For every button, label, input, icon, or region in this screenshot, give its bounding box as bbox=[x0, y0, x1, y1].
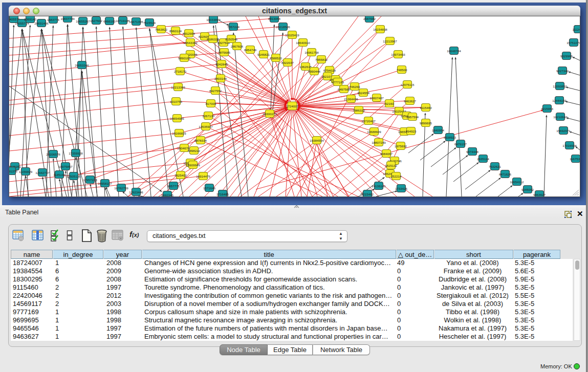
svg-text:1733426: 1733426 bbox=[395, 187, 408, 190]
svg-text:9146821: 9146821 bbox=[257, 53, 270, 56]
svg-text:8186328: 8186328 bbox=[207, 37, 220, 41]
svg-text:252214: 252214 bbox=[391, 174, 402, 178]
svg-text:29300273: 29300273 bbox=[263, 112, 277, 116]
svg-text:7632621: 7632621 bbox=[489, 165, 502, 168]
svg-text:12444159: 12444159 bbox=[552, 99, 567, 102]
svg-text:20691406: 20691406 bbox=[34, 21, 49, 25]
svg-text:19166825: 19166825 bbox=[172, 132, 186, 135]
svg-text:7986322: 7986322 bbox=[353, 108, 365, 112]
svg-text:1588520: 1588520 bbox=[270, 56, 282, 60]
svg-text:6466160: 6466160 bbox=[103, 19, 116, 23]
svg-text:10958107: 10958107 bbox=[98, 182, 112, 185]
svg-text:2687682: 2687682 bbox=[363, 17, 376, 20]
svg-text:16961758: 16961758 bbox=[304, 51, 319, 54]
svg-text:10975857: 10975857 bbox=[58, 165, 73, 168]
svg-text:15909949: 15909949 bbox=[186, 163, 200, 167]
svg-text:16648784: 16648784 bbox=[447, 49, 461, 53]
svg-text:3215953: 3215953 bbox=[541, 107, 554, 111]
svg-text:7625402: 7625402 bbox=[175, 173, 187, 177]
svg-text:1683774: 1683774 bbox=[47, 18, 60, 21]
svg-text:1145194: 1145194 bbox=[53, 173, 66, 177]
svg-text:9463627: 9463627 bbox=[533, 193, 546, 196]
svg-text:12923446: 12923446 bbox=[129, 190, 143, 194]
svg-text:1391376: 1391376 bbox=[9, 169, 18, 173]
svg-text:1571646: 1571646 bbox=[203, 186, 216, 190]
svg-text:9657771: 9657771 bbox=[167, 184, 180, 188]
svg-text:8150546: 8150546 bbox=[225, 37, 238, 41]
svg-text:12505135: 12505135 bbox=[67, 174, 81, 178]
svg-text:7357224: 7357224 bbox=[227, 25, 240, 29]
svg-text:3875685: 3875685 bbox=[218, 51, 231, 54]
svg-text:746266: 746266 bbox=[350, 85, 360, 89]
svg-text:6479197: 6479197 bbox=[454, 142, 467, 146]
svg-text:9899695: 9899695 bbox=[420, 121, 432, 125]
svg-text:17957223: 17957223 bbox=[83, 178, 97, 182]
svg-text:9463627: 9463627 bbox=[404, 99, 417, 103]
svg-text:1640954: 1640954 bbox=[432, 128, 445, 132]
svg-text:7663822: 7663822 bbox=[155, 28, 168, 31]
svg-text:2803144: 2803144 bbox=[214, 77, 227, 80]
svg-text:8878334: 8878334 bbox=[194, 139, 207, 142]
svg-text:16671355: 16671355 bbox=[129, 20, 143, 24]
svg-text:15720407: 15720407 bbox=[361, 119, 376, 123]
svg-text:1975692: 1975692 bbox=[395, 144, 407, 148]
svg-text:1527602: 1527602 bbox=[90, 19, 103, 23]
svg-text:9777169: 9777169 bbox=[332, 80, 344, 84]
svg-text:8912954: 8912954 bbox=[183, 32, 195, 35]
svg-text:19218506: 19218506 bbox=[276, 25, 290, 29]
svg-text:3716485: 3716485 bbox=[216, 192, 229, 196]
svg-text:2069140: 2069140 bbox=[24, 17, 37, 21]
svg-text:9215462: 9215462 bbox=[361, 192, 374, 196]
svg-text:748500: 748500 bbox=[397, 68, 407, 72]
svg-text:18640910: 18640910 bbox=[296, 41, 310, 45]
svg-text:7515524: 7515524 bbox=[143, 21, 156, 25]
svg-text:2867608: 2867608 bbox=[231, 45, 244, 48]
svg-text:6497568: 6497568 bbox=[338, 87, 351, 91]
svg-text:12213369: 12213369 bbox=[171, 85, 185, 89]
svg-text:894923: 894923 bbox=[406, 129, 417, 133]
svg-text:14136141: 14136141 bbox=[372, 184, 386, 188]
svg-text:16543382: 16543382 bbox=[183, 41, 198, 45]
svg-text:13535947: 13535947 bbox=[199, 125, 213, 128]
svg-text:17016504: 17016504 bbox=[562, 144, 577, 147]
svg-text:13325419: 13325419 bbox=[285, 33, 299, 37]
svg-text:17359928: 17359928 bbox=[69, 151, 83, 155]
svg-text:2718170: 2718170 bbox=[174, 70, 187, 73]
svg-text:12975115: 12975115 bbox=[400, 83, 415, 86]
svg-text:12942737: 12942737 bbox=[35, 171, 50, 174]
svg-text:19654985: 19654985 bbox=[170, 117, 184, 120]
svg-text:12213967: 12213967 bbox=[383, 39, 397, 43]
svg-text:62160: 62160 bbox=[385, 102, 394, 105]
svg-text:9084067: 9084067 bbox=[380, 152, 393, 156]
svg-text:8322037: 8322037 bbox=[281, 61, 294, 64]
svg-text:16837749: 16837749 bbox=[60, 17, 75, 20]
svg-text:10807487: 10807487 bbox=[369, 96, 384, 100]
svg-text:8957594: 8957594 bbox=[406, 115, 419, 119]
svg-text:20053346: 20053346 bbox=[75, 63, 89, 67]
svg-text:12093852: 12093852 bbox=[553, 84, 567, 88]
svg-text:3624554: 3624554 bbox=[357, 91, 370, 95]
svg-text:9227342: 9227342 bbox=[556, 69, 569, 73]
svg-text:10654112: 10654112 bbox=[510, 180, 524, 184]
svg-text:8960124: 8960124 bbox=[169, 29, 182, 33]
svg-text:1167533: 1167533 bbox=[570, 157, 580, 161]
svg-text:817006: 817006 bbox=[206, 102, 216, 105]
svg-text:8454749: 8454749 bbox=[244, 48, 257, 52]
svg-text:8813054: 8813054 bbox=[268, 17, 281, 20]
svg-text:18807249: 18807249 bbox=[372, 141, 386, 144]
svg-text:2935114: 2935114 bbox=[477, 157, 489, 161]
svg-text:5498222: 5498222 bbox=[188, 149, 201, 152]
svg-text:15751074: 15751074 bbox=[567, 41, 580, 45]
svg-text:9245052: 9245052 bbox=[521, 188, 534, 191]
svg-text:8471626: 8471626 bbox=[499, 172, 512, 176]
svg-text:1112461: 1112461 bbox=[572, 28, 580, 31]
svg-text:16210643: 16210643 bbox=[553, 115, 568, 119]
svg-text:7955812: 7955812 bbox=[315, 58, 328, 61]
svg-text:9474444: 9474444 bbox=[466, 150, 479, 154]
svg-text:16154838: 16154838 bbox=[373, 28, 387, 31]
svg-text:9242845: 9242845 bbox=[215, 62, 228, 66]
svg-text:9692345: 9692345 bbox=[161, 193, 174, 197]
svg-text:1615132: 1615132 bbox=[385, 164, 398, 167]
svg-text:10655267: 10655267 bbox=[76, 19, 90, 23]
svg-text:8990448: 8990448 bbox=[308, 70, 321, 73]
